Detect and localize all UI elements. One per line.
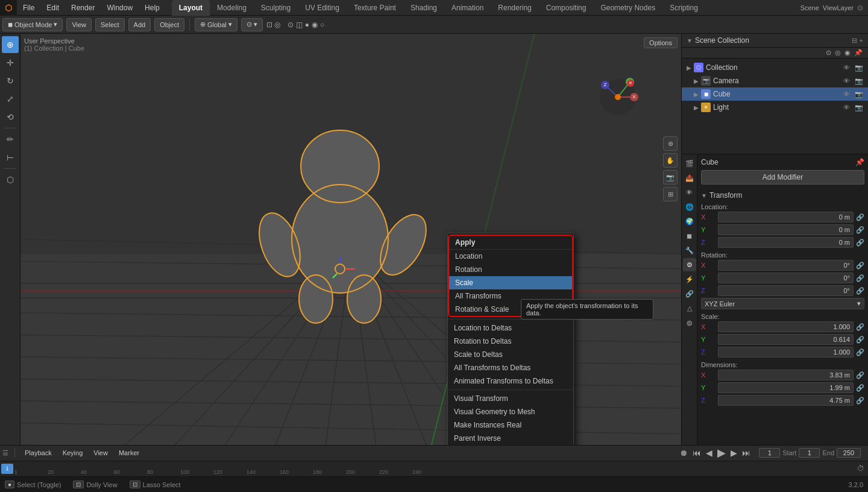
tab-keying[interactable]: Keying <box>59 449 87 456</box>
play-btn[interactable]: ▶ <box>717 446 726 459</box>
prop-tab-object-data[interactable]: △ <box>683 301 696 315</box>
tab-uv-editing[interactable]: UV Editing <box>298 0 347 16</box>
tab-layout[interactable]: Layout <box>172 0 210 16</box>
sc-camera-eye[interactable]: 👁 <box>843 77 850 84</box>
move-tool[interactable]: ✛ <box>2 54 19 71</box>
rot-z-chain-icon[interactable]: 🔗 <box>856 287 864 295</box>
add-modifier-btn[interactable]: Add Modifier <box>701 170 864 184</box>
cm-visual-transform[interactable]: Visual Transform <box>448 392 573 405</box>
loc-x-chain-icon[interactable]: 🔗 <box>856 213 864 221</box>
dim-z-value[interactable]: 4.75 m <box>718 395 854 406</box>
top-right-icon1[interactable]: ⊙ <box>857 4 863 12</box>
prop-tab-constraints[interactable]: 🔗 <box>683 287 696 300</box>
sc-light-eye[interactable]: 👁 <box>843 104 850 111</box>
tab-view-timeline[interactable]: View <box>90 449 112 456</box>
tab-compositing[interactable]: Compositing <box>539 0 594 16</box>
dim-y-value[interactable]: 1.99 m <box>718 382 854 393</box>
annotate-tool[interactable]: ✏ <box>2 131 19 148</box>
prop-tab-scene[interactable]: 🌐 <box>683 200 696 213</box>
rp-icon3[interactable]: ◉ <box>844 49 851 57</box>
proportional-btn[interactable]: ◎ <box>274 20 280 29</box>
prop-tab-view[interactable]: 👁 <box>683 186 696 199</box>
prop-tab-modifiers[interactable]: 🔧 <box>683 244 696 257</box>
scale-tool[interactable]: ⤢ <box>2 90 19 107</box>
shading-solid[interactable]: ● <box>305 20 309 29</box>
cursor-tool[interactable]: ⊕ <box>2 36 19 53</box>
sc-scene-collection-item[interactable]: ▶ ⬡ Collection 👁 📷 <box>682 61 868 74</box>
current-frame-input[interactable]: 1 <box>759 448 780 458</box>
loc-y-chain-icon[interactable]: 🔗 <box>856 226 864 234</box>
add-primitive-tool[interactable]: ⬡ <box>2 171 19 188</box>
xray-btn[interactable]: ◫ <box>296 20 303 29</box>
tab-rendering[interactable]: Rendering <box>491 0 538 16</box>
timeline-menu-icon[interactable]: ☰ <box>2 449 8 457</box>
dim-x-chain-icon[interactable]: 🔗 <box>856 371 864 379</box>
view-btn[interactable]: View <box>66 18 92 31</box>
menu-edit[interactable]: Edit <box>40 0 65 16</box>
rp-pin-icon[interactable]: 📌 <box>854 49 863 57</box>
cm-rotation[interactable]: Rotation <box>449 263 572 276</box>
cm-rotation-deltas[interactable]: Rotation to Deltas <box>448 335 573 348</box>
rp-icon1[interactable]: ⊙ <box>826 49 831 57</box>
cm-scale[interactable]: Scale <box>449 276 572 289</box>
sc-light-item[interactable]: ▶ ☀ Light 👁 📷 <box>682 101 868 114</box>
tab-geometry-nodes[interactable]: Geometry Nodes <box>593 0 662 16</box>
prev-keyframe-btn[interactable]: ⏮ <box>693 448 701 458</box>
scale-x-value[interactable]: 1.000 <box>718 321 854 332</box>
loc-z-chain-icon[interactable]: 🔗 <box>856 239 864 247</box>
snap-btn[interactable]: ⊡ <box>266 20 272 29</box>
cm-visual-geometry[interactable]: Visual Geometry to Mesh <box>448 405 573 418</box>
dim-y-chain-icon[interactable]: 🔗 <box>856 384 864 392</box>
sc-camera-vis-icon[interactable]: 📷 <box>855 77 863 85</box>
prop-tab-world[interactable]: 🌍 <box>683 215 696 228</box>
cm-scale-deltas[interactable]: Scale to Deltas <box>448 348 573 361</box>
prev-frame-btn[interactable]: ◀ <box>706 448 712 458</box>
measure-tool[interactable]: ⊢ <box>2 149 19 166</box>
rot-y-value[interactable]: 0° <box>718 273 854 283</box>
sc-light-render-icon[interactable]: 📷 <box>855 104 863 112</box>
dim-z-chain-icon[interactable]: 🔗 <box>856 397 864 405</box>
tab-shading[interactable]: Shading <box>403 0 444 16</box>
sc-filter-icon[interactable]: ⊟ <box>852 37 857 45</box>
tab-texture-paint[interactable]: Texture Paint <box>347 0 403 16</box>
shading-material[interactable]: ◉ <box>312 20 318 29</box>
prop-tab-object[interactable]: ◼ <box>683 229 696 242</box>
cm-parent-inverse[interactable]: Parent Inverse <box>448 432 573 445</box>
tab-playback[interactable]: Playback <box>21 449 55 456</box>
mode-selector[interactable]: ◼ Object Mode ▾ <box>2 18 63 31</box>
scale-y-chain-icon[interactable]: 🔗 <box>856 336 864 344</box>
rotation-mode-selector[interactable]: XYZ Euler ▾ <box>701 298 864 309</box>
rec-btn[interactable]: ⏺ <box>679 448 688 458</box>
dim-x-value[interactable]: 3.83 m <box>718 370 854 380</box>
prop-tab-particles[interactable]: ⚙ <box>683 258 696 271</box>
nav-gizmo[interactable]: Y X Z ✕ <box>597 76 639 118</box>
prop-tab-material[interactable]: ◍ <box>683 316 696 329</box>
sc-cube-eye[interactable]: 👁 <box>843 90 850 98</box>
overlay-btn[interactable]: ⊙ <box>288 20 294 29</box>
menu-render[interactable]: Render <box>65 0 101 16</box>
cm-make-instances-real[interactable]: Make Instances Real <box>448 418 573 432</box>
cm-location-deltas[interactable]: Location to Deltas <box>448 321 573 335</box>
select-btn[interactable]: Select <box>95 18 125 31</box>
scale-y-value[interactable]: 0.614 <box>718 334 854 345</box>
next-keyframe-btn[interactable]: ⏭ <box>742 448 750 458</box>
sc-camera-item[interactable]: ▶ 📷 Camera 👁 📷 <box>682 74 868 87</box>
menu-file[interactable]: File <box>17 0 40 16</box>
sc-camera-icon[interactable]: 📷 <box>855 64 863 72</box>
tab-animation[interactable]: Animation <box>444 0 491 16</box>
object-btn[interactable]: Object <box>154 18 184 31</box>
sc-cube-item[interactable]: ▶ ◼ Cube 👁 📷 <box>682 87 868 101</box>
viewport-zoom-icon[interactable]: ⊕ <box>663 136 678 151</box>
rotate-tool[interactable]: ↻ <box>2 72 19 89</box>
transform-tool[interactable]: ⟲ <box>2 109 19 125</box>
loc-x-value[interactable]: 0 m <box>718 212 854 222</box>
end-frame-input[interactable]: 250 <box>837 448 861 458</box>
rot-x-chain-icon[interactable]: 🔗 <box>856 262 864 270</box>
viewport-hand-icon[interactable]: ✋ <box>663 153 678 168</box>
tab-sculpting[interactable]: Sculpting <box>254 0 298 16</box>
tab-marker[interactable]: Marker <box>115 449 143 456</box>
viewport-grid-icon[interactable]: ⊞ <box>663 187 678 201</box>
add-btn[interactable]: Add <box>128 18 151 31</box>
sc-cube-render-icon[interactable]: 📷 <box>855 90 863 98</box>
transform-selector[interactable]: ⊕ Global ▾ <box>195 18 237 31</box>
